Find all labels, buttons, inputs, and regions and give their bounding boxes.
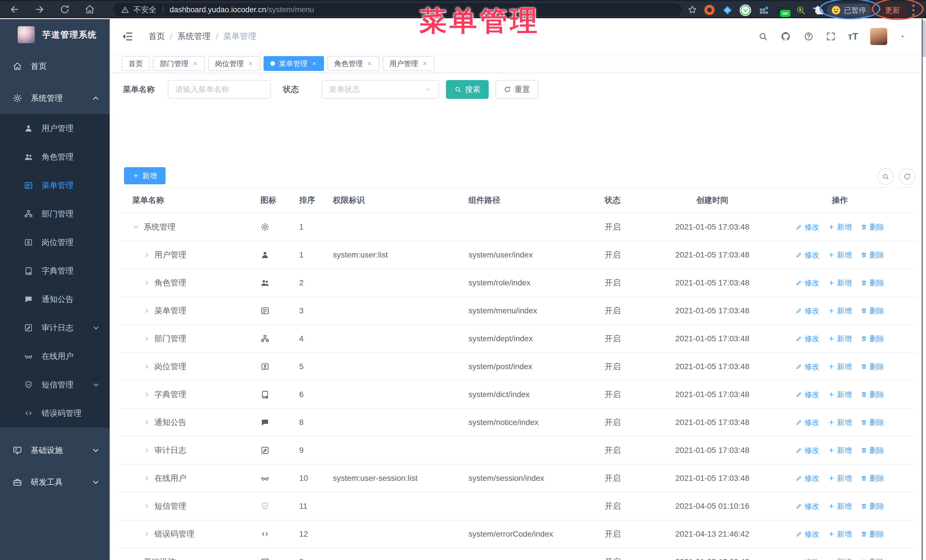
edit-link[interactable]: 修改 <box>796 445 819 456</box>
breadcrumb-system[interactable]: 系统管理 <box>177 31 210 42</box>
sidebar-item-devtool[interactable]: 研发工具 <box>0 466 110 498</box>
row-collapsed-caret-icon[interactable] <box>143 335 150 343</box>
row-collapsed-caret-icon[interactable] <box>143 419 150 426</box>
row-collapsed-caret-icon[interactable] <box>143 363 150 370</box>
edit-link[interactable]: 修改 <box>796 557 819 560</box>
edit-link[interactable]: 修改 <box>796 501 819 511</box>
sidebar-item-errcode-mgmt[interactable]: 错误码管理 <box>0 399 110 427</box>
refresh-table-button[interactable] <box>899 168 915 185</box>
row-collapsed-caret-icon[interactable] <box>143 307 150 314</box>
scrollbar-thumb[interactable] <box>923 20 926 57</box>
delete-link[interactable]: 删除 <box>861 278 884 288</box>
add-child-link[interactable]: 新增 <box>828 473 852 483</box>
edit-link[interactable]: 修改 <box>796 389 819 400</box>
browser-menu-dots-icon[interactable] <box>912 5 915 16</box>
browser-forward-icon[interactable] <box>34 4 45 15</box>
extension-green-magnifier-icon[interactable] <box>796 5 806 16</box>
browser-back-icon[interactable] <box>9 4 20 15</box>
row-collapsed-caret-icon[interactable] <box>143 474 150 482</box>
close-icon[interactable] <box>367 61 372 66</box>
extension-tabs-on-icon[interactable]: on <box>776 5 787 16</box>
browser-reload-icon[interactable] <box>59 4 70 15</box>
user-avatar[interactable] <box>870 28 887 45</box>
breadcrumb-home[interactable]: 首页 <box>148 31 165 42</box>
address-bar[interactable]: 不安全 dashboard.yudao.iocoder.cn/system/me… <box>113 3 682 16</box>
delete-link[interactable]: 删除 <box>861 445 884 456</box>
delete-link[interactable]: 删除 <box>861 418 884 427</box>
add-child-link[interactable]: 新增 <box>828 278 852 288</box>
sidebar-item-dept-mgmt[interactable]: 部门管理 <box>0 200 110 228</box>
toggle-search-button[interactable] <box>877 168 894 185</box>
sidebar-item-audit-log[interactable]: 审计日志 <box>0 314 110 342</box>
row-collapsed-caret-icon[interactable] <box>132 558 139 560</box>
sidebar-item-system[interactable]: 系统管理 <box>0 82 110 114</box>
browser-home-icon[interactable] <box>84 4 95 15</box>
search-button[interactable]: 搜索 <box>446 80 489 99</box>
add-child-link[interactable]: 新增 <box>828 222 852 232</box>
sidebar-item-dict-mgmt[interactable]: 字典管理 <box>0 257 110 285</box>
extension-blue-diamond-icon[interactable] <box>722 5 733 16</box>
delete-link[interactable]: 删除 <box>861 334 884 344</box>
row-collapsed-caret-icon[interactable] <box>143 251 150 259</box>
browser-profile-chip[interactable]: 已暂停 <box>827 4 872 17</box>
add-child-link[interactable]: 新增 <box>828 557 852 560</box>
sidebar-item-role-mgmt[interactable]: 角色管理 <box>0 143 110 171</box>
tab-post[interactable]: 岗位管理 <box>208 56 260 71</box>
sidebar-item-notice[interactable]: 通知公告 <box>0 285 110 314</box>
close-icon[interactable] <box>422 61 428 66</box>
row-collapsed-caret-icon[interactable] <box>143 503 150 510</box>
menu-name-input[interactable] <box>168 80 271 99</box>
add-child-link[interactable]: 新增 <box>828 389 852 400</box>
menu-status-select[interactable]: 菜单状态 <box>322 80 439 99</box>
add-child-link[interactable]: 新增 <box>828 501 852 511</box>
sidebar-item-menu-mgmt[interactable]: 菜单管理 <box>0 171 110 200</box>
edit-link[interactable]: 修改 <box>796 334 819 344</box>
close-icon[interactable] <box>312 61 317 66</box>
sidebar-item-post-mgmt[interactable]: 岗位管理 <box>0 228 110 257</box>
add-child-link[interactable]: 新增 <box>828 306 852 316</box>
sidebar-fold-icon[interactable] <box>122 30 134 42</box>
row-expanded-caret-icon[interactable] <box>132 223 139 231</box>
extension-puzzle-icon[interactable] <box>813 5 823 16</box>
add-child-link[interactable]: 新增 <box>828 445 852 456</box>
tab-home[interactable]: 首页 <box>122 56 150 71</box>
edit-link[interactable]: 修改 <box>796 473 819 483</box>
sidebar-item-online-user[interactable]: 在线用户 <box>0 342 110 371</box>
delete-link[interactable]: 删除 <box>861 306 884 316</box>
github-icon[interactable] <box>780 31 791 42</box>
edit-link[interactable]: 修改 <box>796 418 819 427</box>
add-child-link[interactable]: 新增 <box>828 334 852 344</box>
fullscreen-icon[interactable] <box>826 31 836 42</box>
header-search-icon[interactable] <box>758 31 768 42</box>
edit-link[interactable]: 修改 <box>796 529 819 539</box>
avatar-caret-down-icon[interactable] <box>899 33 906 40</box>
delete-link[interactable]: 删除 <box>861 473 884 483</box>
edit-link[interactable]: 修改 <box>796 222 819 232</box>
row-collapsed-caret-icon[interactable] <box>143 447 150 454</box>
row-collapsed-caret-icon[interactable] <box>143 391 150 398</box>
row-collapsed-caret-icon[interactable] <box>143 279 150 287</box>
row-collapsed-caret-icon[interactable] <box>143 530 150 538</box>
sidebar-item-sms-mgmt[interactable]: 短信管理 <box>0 371 110 399</box>
sidebar-item-home[interactable]: 首页 <box>0 50 110 82</box>
delete-link[interactable]: 删除 <box>861 222 884 232</box>
reset-button[interactable]: 重置 <box>495 80 538 99</box>
browser-scrollbar[interactable] <box>922 19 926 560</box>
add-child-link[interactable]: 新增 <box>828 250 852 260</box>
delete-link[interactable]: 删除 <box>861 501 884 511</box>
extension-orange-donut-icon[interactable] <box>704 5 715 16</box>
sidebar-item-infra[interactable]: 基础设施 <box>0 435 110 466</box>
extension-grid-apps-icon[interactable] <box>758 5 769 16</box>
delete-link[interactable]: 删除 <box>861 362 884 372</box>
tab-menu[interactable]: 菜单管理 <box>263 56 324 71</box>
extension-green-check-icon[interactable] <box>739 4 752 17</box>
edit-link[interactable]: 修改 <box>796 306 819 316</box>
add-child-link[interactable]: 新增 <box>828 418 852 427</box>
delete-link[interactable]: 删除 <box>861 389 884 400</box>
close-icon[interactable] <box>192 61 198 66</box>
tab-role[interactable]: 角色管理 <box>327 56 379 71</box>
add-button[interactable]: 新增 <box>124 167 165 184</box>
font-size-icon[interactable]: тT <box>848 31 858 42</box>
edit-link[interactable]: 修改 <box>796 278 819 288</box>
close-icon[interactable] <box>248 61 253 66</box>
